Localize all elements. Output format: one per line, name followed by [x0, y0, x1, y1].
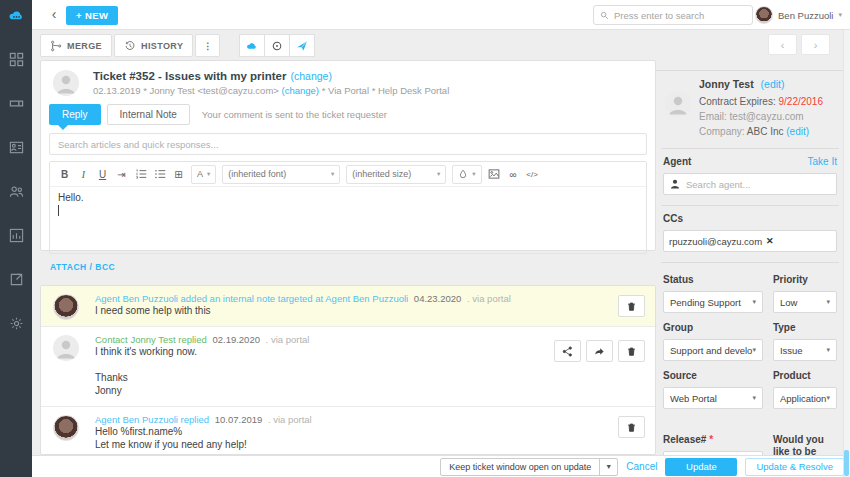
- share-icon: [562, 346, 573, 357]
- contact-name: Jonny Test: [699, 78, 754, 90]
- font-size-dropdown[interactable]: (inherited size)▾: [346, 165, 446, 184]
- indent-button[interactable]: ⇥: [113, 166, 130, 183]
- email-label: Email:: [699, 111, 727, 122]
- cancel-button[interactable]: Cancel: [626, 461, 657, 472]
- paper-plane-icon: [296, 40, 308, 52]
- chevron-down-icon: ▾: [826, 346, 830, 354]
- remove-cc-icon[interactable]: ✕: [766, 236, 774, 246]
- ccs-section: CCs rpuzzuoli@cayzu.com ✕: [661, 206, 839, 263]
- cc-input[interactable]: rpuzzuoli@cayzu.com ✕: [663, 230, 837, 252]
- editor-text: Hello.: [58, 192, 638, 203]
- product-select[interactable]: Application▾: [773, 387, 837, 409]
- sidebar-item-dashboard[interactable]: [0, 44, 32, 74]
- delete-entry-button[interactable]: [618, 340, 645, 362]
- user-menu[interactable]: Ben Puzzuoli ▾: [755, 4, 842, 26]
- change-subject-link[interactable]: (change): [290, 70, 331, 82]
- send-button[interactable]: [289, 34, 315, 57]
- bullet-list-button[interactable]: [151, 166, 168, 183]
- scrollbar-thumb[interactable]: [844, 450, 849, 476]
- entry-date: 10.07.2019: [215, 414, 263, 425]
- article-search[interactable]: [49, 133, 647, 155]
- editor-body[interactable]: Hello.: [50, 187, 646, 253]
- global-search-input[interactable]: [614, 10, 746, 21]
- tab-reply[interactable]: Reply: [49, 104, 101, 125]
- entry-author-link[interactable]: Agent Ben Puzzuoli replied: [95, 414, 209, 425]
- contract-label: Contract Expires:: [699, 96, 776, 107]
- prev-ticket-button[interactable]: ‹: [768, 34, 797, 55]
- ticket-card: Ticket #352 - Issues with my printer(cha…: [40, 60, 656, 251]
- field-source: Source Web Portal▾: [663, 361, 763, 409]
- highlight-color-dropdown[interactable]: ▾: [452, 165, 481, 184]
- type-select[interactable]: Issue▾: [773, 339, 837, 361]
- sidebar-item-reports[interactable]: [0, 220, 32, 250]
- history-button[interactable]: HISTORY: [114, 34, 193, 57]
- back-button[interactable]: ‹: [44, 4, 64, 24]
- history-icon: [124, 40, 136, 52]
- agent-search[interactable]: [663, 173, 837, 195]
- sidebar-item-settings[interactable]: [0, 308, 32, 338]
- update-resolve-button[interactable]: Update & Resolve: [745, 458, 844, 476]
- vertical-scrollbar[interactable]: [843, 30, 850, 477]
- source-select[interactable]: Web Portal▾: [663, 387, 763, 409]
- table-button[interactable]: ⊞: [170, 166, 187, 183]
- take-it-link[interactable]: Take It: [808, 156, 837, 167]
- more-actions-button[interactable]: ⋮: [195, 34, 220, 57]
- entry-via: . via portal: [268, 414, 312, 425]
- delete-entry-button[interactable]: [618, 416, 645, 438]
- ordered-list-button[interactable]: [132, 166, 149, 183]
- cayzu-logo-icon[interactable]: [0, 0, 32, 30]
- priority-select[interactable]: Low▾: [773, 291, 837, 313]
- font-family-dropdown[interactable]: (inherited font)▾: [222, 165, 340, 184]
- delete-entry-button[interactable]: [618, 295, 645, 317]
- entry-via: . via portal: [266, 334, 310, 345]
- thread-entry-internal-note: Agent Ben Puzzuoli added an internal not…: [41, 286, 655, 327]
- bold-button[interactable]: B: [56, 166, 73, 183]
- article-search-input[interactable]: [50, 139, 646, 150]
- sidebar-item-portal[interactable]: [0, 264, 32, 294]
- trash-icon: [626, 422, 637, 433]
- entry-author-link[interactable]: Agent Ben Puzzuoli added an internal not…: [95, 293, 408, 304]
- edit-contact-link[interactable]: (edit): [761, 78, 785, 90]
- merge-icon: [50, 40, 62, 52]
- entry-author-link[interactable]: Contact Jonny Test replied: [95, 334, 207, 345]
- agent-search-input[interactable]: [686, 179, 836, 190]
- trash-icon: [626, 301, 637, 312]
- forward-arrow-icon: [594, 346, 605, 357]
- insert-link-button[interactable]: ∞: [505, 166, 522, 183]
- field-type: Type Issue▾: [773, 313, 837, 361]
- next-ticket-button[interactable]: ›: [801, 34, 830, 55]
- underline-button[interactable]: U: [94, 166, 111, 183]
- global-search[interactable]: [593, 5, 753, 25]
- insert-image-button[interactable]: [486, 166, 503, 183]
- ticket-title: Ticket #352 - Issues with my printer: [93, 70, 286, 82]
- edit-company-link[interactable]: (edit): [786, 126, 809, 137]
- group-select[interactable]: Support and develo▾: [663, 339, 763, 361]
- font-color-dropdown[interactable]: A▾: [191, 165, 216, 184]
- ticket-header: Ticket #352 - Issues with my printer(cha…: [41, 61, 655, 100]
- entry-date: 04.23.2020: [414, 293, 462, 304]
- cloud-upload-button[interactable]: [239, 34, 265, 57]
- italic-button[interactable]: I: [75, 166, 92, 183]
- update-button[interactable]: Update: [665, 458, 737, 476]
- forward-entry-button[interactable]: [586, 340, 613, 362]
- company-label: Company:: [699, 126, 745, 137]
- thread-entry-reply: Contact Jonny Test replied 02.19.2020 . …: [41, 327, 655, 407]
- keep-open-dropdown[interactable]: Keep ticket window open on update ▼: [440, 458, 618, 476]
- code-view-button[interactable]: </>: [524, 166, 541, 183]
- change-requester-link[interactable]: (change): [282, 85, 320, 96]
- ticket-toolbar: MERGE HISTORY ⋮: [40, 34, 315, 57]
- share-entry-button[interactable]: [554, 340, 581, 362]
- new-ticket-button[interactable]: + NEW: [66, 6, 118, 25]
- sidebar-item-customers[interactable]: [0, 176, 32, 206]
- record-button[interactable]: [264, 34, 290, 57]
- trash-icon: [626, 346, 637, 357]
- chevron-down-icon: ▾: [826, 298, 830, 306]
- sidebar-item-tickets[interactable]: [0, 88, 32, 118]
- status-select[interactable]: Pending Support▾: [663, 291, 763, 313]
- merge-button[interactable]: MERGE: [40, 34, 112, 57]
- ticket-pager: ‹ ›: [768, 34, 830, 55]
- thread-entry-agent-reply: Agent Ben Puzzuoli replied 10.07.2019 . …: [41, 407, 655, 455]
- sidebar-item-contacts[interactable]: [0, 132, 32, 162]
- tab-internal-note[interactable]: Internal Note: [107, 104, 190, 125]
- attach-bcc-link[interactable]: ATTACH / BCC: [41, 254, 655, 280]
